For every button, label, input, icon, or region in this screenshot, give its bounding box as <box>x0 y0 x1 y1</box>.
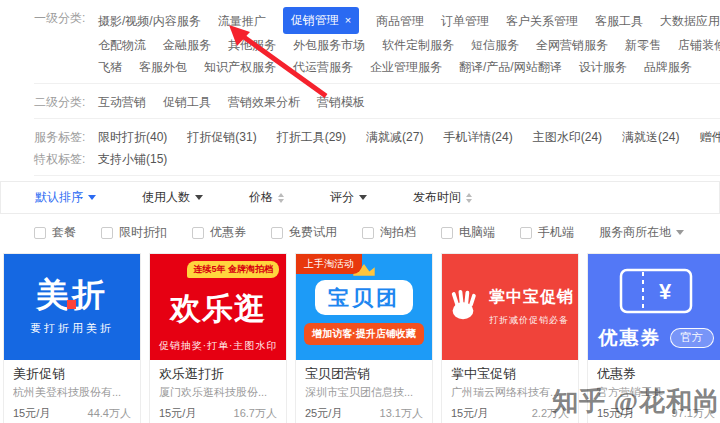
filter-checkbox-taopaidang[interactable]: 淘拍档 <box>362 224 416 241</box>
filter-checkbox-package[interactable]: 套餐 <box>34 224 76 241</box>
level1-row2: 仓配物流 金融服务 其他服务 外包服务市场 软件定制服务 短信服务 全网营销服务… <box>98 34 720 56</box>
art-sub-text: 增加访客·提升店铺收藏 <box>304 323 424 345</box>
sort-down-icon <box>359 195 367 200</box>
checkbox-label: 套餐 <box>52 224 76 241</box>
category-tag[interactable]: 客服工具 <box>595 10 643 32</box>
service-tag[interactable]: 满就减(27) <box>366 126 423 148</box>
sort-down-icon <box>88 195 96 200</box>
service-tag[interactable]: 打折促销(31) <box>187 126 256 148</box>
category-tag[interactable]: 代运营服务 <box>293 56 353 78</box>
subcategory-tag[interactable]: 促销工具 <box>163 91 211 113</box>
level2-category-section: 二级分类: 互动营销 促销工具 营销效果分析 营销模板 <box>34 84 720 119</box>
privilege-tag[interactable]: 支持小铺(15) <box>98 148 167 170</box>
sort-publish-time[interactable]: 发布时间 <box>413 189 472 206</box>
category-tag[interactable]: 流量推广 <box>218 10 266 32</box>
category-tag[interactable]: 商品管理 <box>376 10 424 32</box>
category-tag[interactable]: 软件定制服务 <box>382 34 454 56</box>
service-card-baobeituan[interactable]: 上手淘活动 宝贝团 增加访客·提升店铺收藏 宝贝团营销 深圳市宝贝团信息技...… <box>295 253 433 423</box>
close-icon[interactable]: × <box>345 14 351 26</box>
art-sub-text: 要打折用美折 <box>30 321 114 336</box>
category-tag[interactable]: 短信服务 <box>471 34 519 56</box>
service-tag[interactable]: 主图水印(24) <box>533 126 602 148</box>
card-title[interactable]: 优惠券 <box>597 367 715 381</box>
card-title[interactable]: 宝贝团营销 <box>305 367 423 381</box>
service-tag[interactable]: 限时打折(40) <box>98 126 167 148</box>
card-title[interactable]: 欢乐逛打折 <box>159 367 277 381</box>
category-tag[interactable]: 客服外包 <box>139 56 187 78</box>
category-tag[interactable]: 翻译/产品/网站翻译 <box>459 56 562 78</box>
category-tag[interactable]: 大数据应用 <box>660 10 720 32</box>
category-tag[interactable]: 企业管理服务 <box>370 56 442 78</box>
svg-text:¥: ¥ <box>659 279 672 304</box>
card-price: 15元/月 <box>451 406 488 421</box>
category-tag[interactable]: 新零售 <box>625 34 661 56</box>
sort-default[interactable]: 默认排序 <box>35 189 96 206</box>
checkbox-icon[interactable] <box>192 227 204 239</box>
category-tag[interactable]: 设计服务 <box>579 56 627 78</box>
category-tag[interactable]: 外包服务市场 <box>293 34 365 56</box>
card-company: 杭州美登科技股份有... <box>13 386 131 398</box>
checkbox-icon[interactable] <box>34 227 46 239</box>
filter-checkbox-limited-discount[interactable]: 限时折扣 <box>101 224 167 241</box>
checkbox-icon[interactable] <box>520 227 532 239</box>
level1-row1: 摄影/视频/内容服务 流量推广 促销管理× 商品管理 订单管理 客户关系管理 客… <box>98 7 720 34</box>
art-sub-text: 促销抽奖·打单·主图水印 <box>150 339 286 353</box>
art-main-text: 掌中宝促销 <box>489 287 574 308</box>
tag-section: 服务标签: 限时打折(40) 打折促销(31) 打折工具(29) 满就减(27)… <box>34 119 720 176</box>
checkbox-icon[interactable] <box>271 227 283 239</box>
card-artwork: 掌中宝促销 打折减价促销必备 <box>442 254 578 360</box>
service-tag[interactable]: 打折工具(29) <box>277 126 346 148</box>
card-title[interactable]: 掌中宝促销 <box>451 367 569 381</box>
card-price: 15元/月 <box>597 406 634 421</box>
level1-row3: 飞猪 客服外包 知识产权服务 代运营服务 企业管理服务 翻译/产品/网站翻译 设… <box>98 56 720 78</box>
card-price: 15元/月 <box>13 406 50 421</box>
category-tag[interactable]: 客户关系管理 <box>506 10 578 32</box>
category-tag[interactable]: 全网营销服务 <box>536 34 608 56</box>
card-price: 15元/月 <box>159 406 196 421</box>
service-card-huanlegung[interactable]: 连续5年 金牌淘拍档 欢乐逛 促销抽奖·打单·主图水印 欢乐逛打折 厦门欢乐逛科… <box>149 253 287 423</box>
checkbox-icon[interactable] <box>101 227 113 239</box>
category-tag[interactable]: 品牌服务 <box>644 56 692 78</box>
sort-bar: 默认排序 使用人数 价格 评分 发布时间 <box>0 181 720 214</box>
category-tag[interactable]: 仓配物流 <box>98 34 146 56</box>
art-corner-ribbon: 上手淘活动 <box>296 254 362 274</box>
sort-rating[interactable]: 评分 <box>330 189 367 206</box>
filter-checkbox-free-trial[interactable]: 免费试用 <box>271 224 337 241</box>
filter-checkbox-mobile[interactable]: 手机端 <box>520 224 574 241</box>
official-badge: 官方 <box>670 328 714 348</box>
category-tag[interactable]: 知识产权服务 <box>204 56 276 78</box>
sort-updown-icon <box>278 193 284 203</box>
category-tag[interactable]: 店铺装修 <box>678 34 720 56</box>
category-tag-active[interactable]: 促销管理× <box>283 7 359 34</box>
category-tag[interactable]: 其他服务 <box>228 34 276 56</box>
sort-users[interactable]: 使用人数 <box>142 189 203 206</box>
service-tag[interactable]: 手机详情(24) <box>443 126 512 148</box>
provider-location-dropdown[interactable]: 服务商所在地 <box>599 224 684 241</box>
subcategory-tag[interactable]: 营销效果分析 <box>228 91 300 113</box>
card-artwork: 美折 要打折用美折 <box>4 254 140 360</box>
category-tag[interactable]: 摄影/视频/内容服务 <box>98 10 201 32</box>
active-tag-label: 促销管理 <box>291 13 339 27</box>
service-tag[interactable]: 满就送(24) <box>622 126 679 148</box>
checkbox-icon[interactable] <box>362 227 374 239</box>
filter-checkbox-coupon[interactable]: 优惠券 <box>192 224 246 241</box>
checkbox-icon[interactable] <box>441 227 453 239</box>
sort-price[interactable]: 价格 <box>249 189 284 206</box>
subcategory-tag[interactable]: 营销模板 <box>317 91 365 113</box>
card-artwork: 上手淘活动 宝贝团 增加访客·提升店铺收藏 <box>296 254 432 360</box>
chevron-down-icon <box>676 230 684 235</box>
sort-price-label: 价格 <box>249 189 273 206</box>
service-card-meizhe[interactable]: 美折 要打折用美折 美折促销 杭州美登科技股份有... 15元/月 44.4万人… <box>3 253 141 423</box>
category-tag[interactable]: 金融服务 <box>163 34 211 56</box>
card-title[interactable]: 美折促销 <box>13 367 131 381</box>
service-card-coupon[interactable]: ¥ 优惠券 官方 优惠券 官方营销工具 15元/月 97.1万人 <box>587 253 720 423</box>
subcategory-tag[interactable]: 互动营销 <box>98 91 146 113</box>
service-card-zhangzhongbao[interactable]: 掌中宝促销 打折减价促销必备 掌中宝促销 广州瑞云网络科技有... 15元/月 … <box>441 253 579 423</box>
filter-checkbox-pc[interactable]: 电脑端 <box>441 224 495 241</box>
card-user-count: 13.1万人 <box>380 406 423 421</box>
category-tag[interactable]: 订单管理 <box>441 10 489 32</box>
category-tag[interactable]: 飞猪 <box>98 56 122 78</box>
card-company: 广州瑞云网络科技有... <box>451 386 569 398</box>
service-tag[interactable]: 赠件优惠(24) <box>699 126 720 148</box>
card-user-count: 97.1万人 <box>672 406 715 421</box>
